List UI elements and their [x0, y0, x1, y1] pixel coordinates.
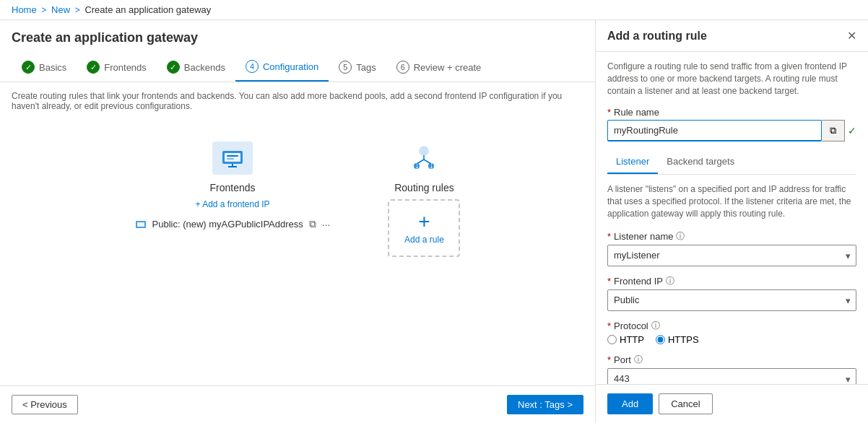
protocol-http-option[interactable]: HTTP — [607, 334, 644, 345]
protocol-https-option[interactable]: HTTPS — [656, 334, 699, 345]
port-field: * Port ⓘ 443 — [607, 354, 856, 384]
listener-name-field: * Listener name ⓘ myListener — [607, 230, 856, 266]
rule-name-input[interactable] — [607, 120, 822, 141]
content-description: Create routing rules that link your fron… — [12, 91, 583, 111]
rule-name-field: * Rule name ⧉ ✓ — [607, 107, 856, 141]
frontends-icon-box — [211, 140, 254, 176]
frontend-ip-select[interactable]: Public — [607, 289, 856, 311]
panel-body: Configure a routing rule to send traffic… — [596, 52, 868, 384]
more-options-button[interactable]: ··· — [322, 219, 331, 230]
step-review[interactable]: 6 Review + create — [386, 53, 492, 82]
frontends-block: Frontends + Add a frontend IP Public: (n… — [135, 140, 331, 230]
plus-icon: + — [418, 212, 430, 232]
panel-description: Configure a routing rule to send traffic… — [607, 61, 856, 97]
copy-frontend-button[interactable]: ⧉ — [309, 218, 316, 230]
tab-backend-targets[interactable]: Backend targets — [658, 150, 743, 174]
frontend-ip-info-icon[interactable]: ⓘ — [666, 275, 674, 287]
copy-rule-name-button[interactable]: ⧉ — [822, 120, 845, 141]
frontend-item: Public: (new) myAGPublicIPAddress ⧉ ··· — [135, 218, 331, 230]
port-label: * Port ⓘ — [607, 354, 856, 366]
prev-button[interactable]: < Previous — [12, 395, 78, 414]
right-panel: Add a routing rule ✕ Configure a routing… — [595, 20, 868, 423]
svg-rect-2 — [227, 155, 238, 157]
breadcrumb-new[interactable]: New — [51, 4, 70, 15]
svg-point-8 — [420, 147, 428, 155]
add-rule-box[interactable]: + Add a rule — [388, 199, 460, 257]
left-panel: Create an application gateway ✓ Basics ✓… — [0, 20, 595, 423]
svg-rect-1 — [225, 153, 240, 162]
close-panel-button[interactable]: ✕ — [847, 29, 856, 43]
protocol-field: * Protocol ⓘ HTTP HTTPS — [607, 320, 856, 345]
protocol-radio-group: HTTP HTTPS — [607, 334, 856, 345]
tab-listener[interactable]: Listener — [607, 150, 658, 174]
step-basics[interactable]: ✓ Basics — [12, 53, 77, 82]
cancel-button[interactable]: Cancel — [659, 393, 712, 414]
add-frontend-ip-link[interactable]: + Add a frontend IP — [195, 199, 269, 209]
frontend-item-name: Public: (new) myAGPublicIPAddress — [152, 219, 303, 230]
frontend-item-icon — [135, 219, 147, 230]
routing-rules-label: Routing rules — [394, 182, 454, 193]
step-frontends[interactable]: ✓ Frontends — [77, 53, 157, 82]
frontends-label: Frontends — [209, 182, 255, 193]
panel-title: Add a routing rule — [607, 30, 707, 43]
protocol-https-radio[interactable] — [656, 335, 665, 344]
rule-name-label: * Rule name — [607, 107, 856, 118]
step-num-tags: 5 — [339, 61, 352, 74]
port-select[interactable]: 443 — [607, 368, 856, 384]
protocol-info-icon[interactable]: ⓘ — [651, 320, 660, 332]
add-button[interactable]: Add — [607, 393, 653, 414]
next-button[interactable]: Next : Tags > — [507, 395, 583, 414]
page-title: Create an application gateway — [0, 20, 595, 53]
frontend-ip-select-wrapper: Public — [607, 289, 856, 311]
step-num-basics: ✓ — [22, 61, 35, 74]
step-num-frontends: ✓ — [87, 61, 100, 74]
listener-name-select-wrapper: myListener — [607, 245, 856, 266]
routing-rules-icon: ↓ ↓ — [404, 141, 444, 175]
breadcrumb-home[interactable]: Home — [12, 4, 37, 15]
protocol-http-radio[interactable] — [607, 335, 617, 344]
routing-rules-icon-box: ↓ ↓ — [402, 140, 446, 176]
step-num-backends: ✓ — [167, 61, 180, 74]
port-select-wrapper: 443 — [607, 368, 856, 384]
frontends-icon — [212, 141, 253, 175]
diagram-area: Frontends + Add a frontend IP Public: (n… — [12, 126, 583, 271]
rule-name-check: ✓ — [848, 125, 856, 136]
svg-rect-7 — [137, 222, 144, 227]
rule-name-input-row: ⧉ ✓ — [607, 120, 856, 141]
step-backends[interactable]: ✓ Backends — [157, 53, 235, 82]
port-info-icon[interactable]: ⓘ — [634, 354, 643, 366]
step-tags[interactable]: 5 Tags — [329, 53, 386, 82]
panel-footer: Add Cancel — [596, 384, 868, 423]
bottom-nav: < Previous Next : Tags > — [0, 385, 595, 423]
listener-name-select[interactable]: myListener — [607, 245, 856, 266]
svg-text:↓: ↓ — [415, 160, 420, 170]
breadcrumb: Home > New > Create an application gatew… — [0, 0, 868, 20]
listener-name-info-icon[interactable]: ⓘ — [676, 230, 685, 243]
panel-header: Add a routing rule ✕ — [596, 20, 868, 52]
add-rule-label: Add a rule — [404, 235, 444, 245]
frontend-ip-label: * Frontend IP ⓘ — [607, 275, 856, 287]
breadcrumb-current: Create an application gateway — [84, 4, 211, 15]
tabs-row: Listener Backend targets — [607, 150, 856, 175]
protocol-label: * Protocol ⓘ — [607, 320, 856, 332]
content-area: Create routing rules that link your fron… — [0, 82, 595, 385]
routing-rules-block: ↓ ↓ Routing rules + Add a rule — [388, 140, 460, 257]
step-num-review: 6 — [396, 61, 409, 74]
frontend-ip-field: * Frontend IP ⓘ Public — [607, 275, 856, 311]
step-configuration[interactable]: 4 Configuration — [235, 53, 329, 82]
svg-rect-3 — [227, 158, 234, 160]
listener-description: A listener "listens" on a specified port… — [607, 183, 856, 219]
step-num-configuration: 4 — [246, 60, 259, 73]
wizard-steps: ✓ Basics ✓ Frontends ✓ Backends 4 Config… — [0, 53, 595, 82]
listener-name-label: * Listener name ⓘ — [607, 230, 856, 243]
svg-text:↓: ↓ — [429, 160, 434, 170]
